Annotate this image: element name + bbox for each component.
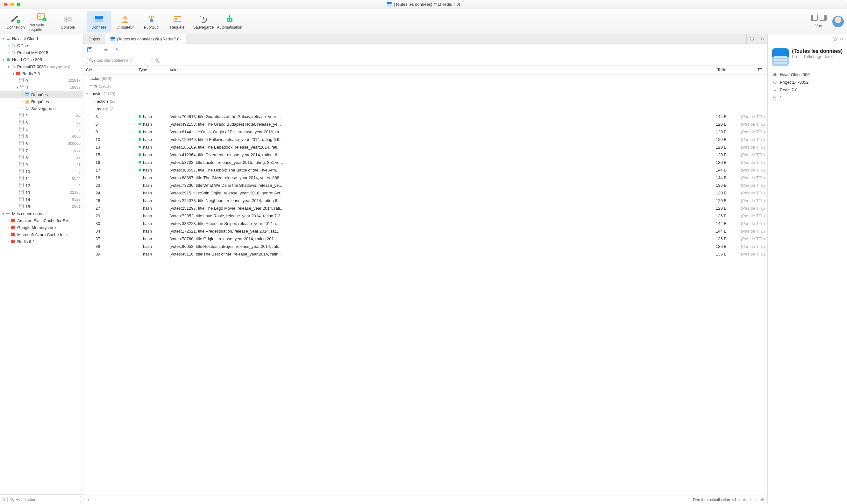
sidebar-settings-icon[interactable]: ⇅ (2, 497, 5, 502)
sidebar-navicat-cloud[interactable]: ▾☁Navicat Cloud (0, 35, 83, 42)
arrow-down-icon[interactable]: ↓ (749, 498, 751, 502)
sidebar-db14[interactable]: 149528 (0, 196, 83, 203)
table-row[interactable]: 29hash[votes:72052, title:Love Rosie, re… (83, 212, 767, 219)
table-row[interactable]: 17hash[votes:363557, title:The Hobbit: T… (83, 166, 767, 174)
table-row[interactable]: 24hash[votes:2915, title:Shin Gojira, re… (83, 189, 767, 197)
sidebar-projectdt[interactable]: ▾⬡ProjectDT-0052 (marybrown) (0, 63, 83, 70)
table-row[interactable]: 34hash[votes:172521, title:Predestinatio… (83, 227, 767, 235)
sidebar-mes-connexions[interactable]: ▾⚯Mes connexions (0, 210, 83, 217)
pubsub-button[interactable]: Pub/Sub (139, 11, 164, 33)
col-value[interactable]: Valeur (167, 66, 706, 74)
edit-icon[interactable]: ✎ (114, 47, 120, 53)
sidebar-toggle-icon[interactable] (811, 15, 818, 21)
sidebar-redis70[interactable]: ▾Redis 7.0 (0, 70, 83, 77)
group-actor[interactable]: ›actor (986) (83, 74, 767, 82)
sidebar-conn-google[interactable]: ›Google Memorystore (0, 224, 83, 231)
col-key[interactable]: Clé (83, 66, 136, 74)
sidebar-donnees[interactable]: ›Données (0, 91, 83, 98)
table-row[interactable]: 3hash[votes:704613, title:Guardians of t… (83, 113, 767, 120)
col-ttl[interactable]: TTL (729, 66, 767, 74)
sidebar-conn-redis62[interactable]: ›Redis 6.2 (0, 238, 83, 245)
data-button[interactable]: Données (87, 11, 111, 33)
filter-input[interactable]: 🔍▾Les clés contiennent (87, 57, 152, 64)
zoom-window-button[interactable] (17, 2, 20, 6)
table-row[interactable]: 18hash[votes:88897, title:The Giver, rel… (83, 174, 767, 181)
sidebar-office[interactable]: ›⬡Office (0, 42, 83, 49)
sidebar-db8[interactable]: 827 (0, 154, 83, 161)
tab-objets[interactable]: Objets (83, 34, 105, 43)
sidebar-db5[interactable]: 54000 (0, 133, 83, 140)
console-button[interactable]: >_ Console (55, 11, 80, 33)
gear-icon[interactable]: ⚙ (840, 37, 844, 41)
col-taille[interactable]: Taille (706, 66, 729, 74)
table-row[interactable]: 27hash[votes:251297, title:The Lego Movi… (83, 204, 767, 212)
table-row[interactable]: 16hash[votes:58703, title:Lucifer, relea… (83, 159, 767, 166)
save-icon[interactable] (87, 47, 93, 53)
sidebar-db4[interactable]: 45 (0, 126, 83, 133)
info-title: (Toutes les données) (792, 48, 843, 54)
table-row[interactable]: 6hash[votes:492158, title:The Grand Buda… (83, 120, 767, 128)
table-row[interactable]: 15hash[votes:412364, title:Divergent, re… (83, 151, 767, 159)
sidebar-conn-amazon[interactable]: ›Amazon ElastiCache for Re... (0, 217, 83, 224)
group-movie[interactable]: ▾movie (1183) (83, 90, 767, 97)
table-row[interactable]: 9hash[votes:6144, title:Ouija: Origin of… (83, 128, 767, 136)
col-type[interactable]: Type (136, 66, 167, 74)
download-icon[interactable]: ⤓ (754, 498, 758, 502)
sidebar-conn-azure[interactable]: ›Microsoft Azure Cache for... (0, 231, 83, 238)
window-title: (Toutes les données) @1(Redis 7.0) (394, 2, 460, 7)
sidebar-head-office[interactable]: ▾⬢Head Office 305 (0, 56, 83, 63)
sidebar-db11[interactable]: 119544 (0, 175, 83, 182)
group-film[interactable]: ›film (2911) (83, 82, 767, 90)
table-row[interactable]: 37hash[votes:78760, title:Origins, relea… (83, 235, 767, 242)
sidebar-db3[interactable]: 365 (0, 119, 83, 126)
sidebar-db6[interactable]: 6600000 (0, 140, 83, 147)
remove-icon[interactable]: － (93, 497, 98, 502)
minimize-window-button[interactable] (10, 2, 14, 6)
table-row[interactable]: 10hash[votes:120440, title:It Follows, r… (83, 136, 767, 143)
table-row[interactable]: 30hash[votes:333228, title:American Snip… (83, 219, 767, 227)
sidebar-search-input[interactable]: 🔍Rechercher (7, 496, 81, 503)
sidebar-db1[interactable]: ▾118992 (0, 84, 83, 91)
table-row[interactable]: 23hash[votes:73230, title:What We Do in … (83, 181, 767, 189)
refresh-icon[interactable]: ⟳ (743, 498, 746, 502)
sidebar-requetes[interactable]: ›▦Requêtes (0, 98, 83, 105)
sidebar-db7[interactable]: 7569 (0, 147, 83, 154)
info-panel: ⓘ ⚙ (Toutes les données) Profil d'affich… (767, 34, 847, 504)
toolbar: + Connexion + Nouvelle requête >_ Consol… (0, 9, 847, 34)
sidebar-db13[interactable]: 1322396 (0, 189, 83, 196)
sidebar-db2[interactable]: 220 (0, 112, 83, 119)
sidebar-db12[interactable]: 124 (0, 182, 83, 189)
user-avatar[interactable] (832, 16, 844, 28)
close-window-button[interactable] (4, 2, 7, 6)
new-query-button[interactable]: + Nouvelle requête (29, 11, 54, 33)
sidebar-sauvegardes[interactable]: ›↻Sauvegardes (0, 105, 83, 112)
sidebar-db10[interactable]: 106 (0, 168, 83, 175)
add-icon[interactable]: ＋ (87, 497, 90, 502)
tab-data[interactable]: (Toutes les données) @1(Redis 7.0) (105, 34, 186, 43)
infopanel-toggle-icon[interactable] (819, 15, 827, 21)
table-row[interactable]: 38hash[votes:96058, title:Relatos salvaj… (83, 242, 767, 250)
svg-point-17 (228, 19, 229, 21)
gear-icon[interactable]: ⚙ (757, 34, 767, 43)
table-row[interactable]: 39hash[votes:45116, title:The Best of Me… (83, 250, 767, 258)
search-button-icon[interactable]: 🔍 (154, 58, 159, 63)
sidebar-db9[interactable]: 941 (0, 161, 83, 168)
info-icon[interactable]: ⓘ (833, 36, 837, 42)
connection-button[interactable]: + Connexion (3, 11, 28, 33)
backup-button[interactable]: Sauvegarde (191, 11, 216, 33)
user-button[interactable]: Utilisateur (113, 11, 138, 33)
sidebar-db0[interactable]: 0102817 (0, 77, 83, 84)
info-head-office: ⬢Head Office 305 (772, 71, 843, 78)
list-icon[interactable]: ☰ (103, 47, 109, 53)
table-row[interactable]: 13hash[votes:185189, title:The Babadook,… (83, 143, 767, 151)
settings-icon[interactable]: ⚙ (761, 498, 764, 502)
info-icon[interactable]: ⓘ (746, 34, 757, 43)
group-action[interactable]: ›action (2) (83, 97, 767, 105)
window-title-icon (387, 2, 392, 7)
query-button[interactable]: Requête (165, 11, 190, 33)
group-music[interactable]: ›music (2) (83, 105, 767, 113)
sidebar-db15[interactable]: 152901 (0, 203, 83, 210)
automation-button[interactable]: Automatisation (217, 11, 242, 33)
sidebar-project-mh[interactable]: ›⬡Project MH-0015 (0, 49, 83, 56)
table-row[interactable]: 26hash[votes:224378, title:Neighbors, re… (83, 197, 767, 204)
